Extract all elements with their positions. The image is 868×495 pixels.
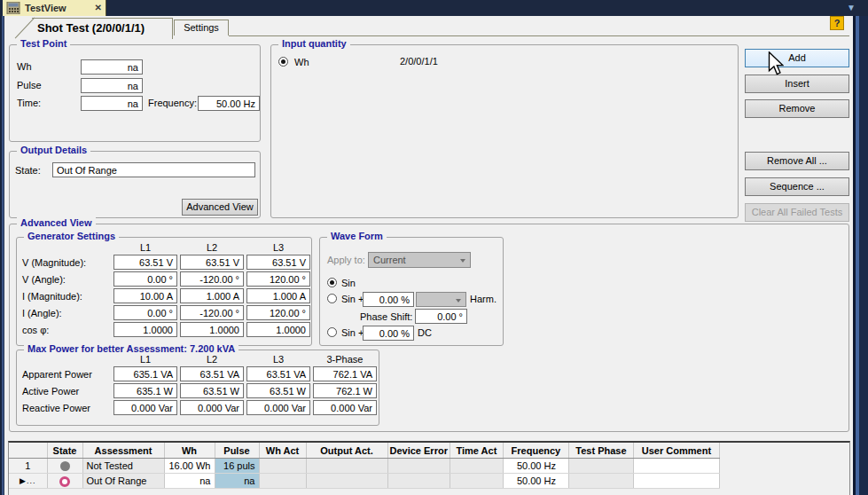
gs-col-l3: L3 [246, 242, 310, 253]
help-button[interactable]: ? [830, 16, 844, 30]
header-device-error: Device Error [387, 443, 450, 459]
active-power-3phase-field: 762.1 W [313, 383, 377, 398]
i-angle-l1-field[interactable]: 0.00 ° [113, 305, 177, 320]
tabstrip-underline [229, 35, 849, 36]
results-table-panel: State Assessment Wh Pulse Wh Act Output … [8, 441, 850, 495]
header-time-act: Time Act [450, 443, 503, 459]
add-button[interactable]: Add [745, 49, 849, 67]
remove-button[interactable]: Remove [745, 99, 849, 118]
input-quantity-wh-label: Wh [294, 57, 309, 67]
apparent-power-l3-field: 63.51 VA [246, 366, 310, 381]
input-quantity-title: Input quantity [278, 38, 350, 49]
row2-test-phase[interactable] [568, 474, 633, 489]
pulse-field[interactable]: na [81, 78, 143, 93]
wh-field[interactable]: na [81, 59, 143, 75]
apply-to-dropdown: Current [368, 252, 471, 268]
tab-shot-test[interactable]: Shot Test (2/0/0/1/1) [37, 21, 145, 35]
harm-percent-field[interactable]: 0.00 % [363, 292, 414, 307]
remove-all-button[interactable]: Remove All ... [745, 152, 849, 170]
row1-output-act[interactable] [306, 459, 387, 474]
row2-user-comment[interactable] [633, 474, 719, 489]
row1-assessment[interactable]: Not Tested [82, 459, 164, 474]
sin-plus-harm-label: Sin + [341, 294, 364, 304]
v-angle-l3-field[interactable]: 120.00 ° [246, 271, 310, 287]
row2-frequency[interactable]: 50.00 Hz [503, 474, 568, 489]
row1-pulse[interactable]: 16 puls [215, 459, 259, 474]
row1-device-error[interactable] [387, 459, 450, 474]
close-icon[interactable]: ✕ [95, 4, 102, 12]
header-wh-act: Wh Act [259, 443, 306, 459]
frequency-label: Frequency: [148, 98, 197, 108]
input-quantity-wh-radio[interactable] [278, 57, 288, 67]
window-tab-bar: TestView ✕ ▼ [0, 0, 868, 16]
v-magnitude-l2-field[interactable]: 63.51 V [180, 255, 244, 270]
row2-pulse[interactable]: na [215, 474, 259, 489]
sequence-button[interactable]: Sequence ... [745, 177, 849, 196]
phase-shift-field[interactable]: 0.00 ° [415, 309, 467, 324]
row1-num[interactable]: 1 [9, 459, 47, 474]
active-power-l1-field: 635.1 W [113, 383, 177, 398]
header-rownum [9, 443, 47, 459]
chevron-down-icon[interactable]: ▼ [847, 3, 856, 12]
harm-suffix-label: Harm. [470, 294, 497, 304]
gs-col-l2: L2 [180, 242, 244, 253]
row2-device-error[interactable] [387, 474, 450, 489]
not-tested-state-icon [60, 461, 70, 471]
row1-wh-act[interactable] [259, 459, 306, 474]
row1-wh[interactable]: 16.00 Wh [164, 459, 215, 474]
sin-plus-harm-radio[interactable] [327, 294, 337, 303]
advanced-view-button[interactable]: Advanced View [182, 199, 258, 216]
insert-button[interactable]: Insert [745, 75, 849, 93]
dc-percent-field[interactable]: 0.00 % [363, 326, 414, 341]
i-angle-l2-field[interactable]: -120.00 ° [180, 305, 244, 320]
row2-wh[interactable]: na [164, 474, 215, 489]
v-magnitude-l1-field[interactable]: 63.51 V [113, 255, 177, 270]
sin-radio[interactable] [327, 278, 337, 287]
row2-num[interactable]: ▶... [9, 474, 47, 489]
v-angle-l2-field[interactable]: -120.00 ° [180, 271, 244, 287]
state-field[interactable]: Out Of Range [52, 162, 255, 177]
generator-settings-group: Generator Settings L1 L2 L3 V (Magnitude… [16, 237, 312, 346]
out-of-range-state-icon [59, 476, 70, 487]
v-angle-l1-field[interactable]: 0.00 ° [113, 271, 177, 287]
row2-output-act[interactable] [306, 474, 387, 489]
cos-phi-l2-field[interactable]: 1.0000 [180, 322, 244, 337]
reactive-power-l2-field: 0.000 Var [180, 400, 244, 415]
row1-frequency[interactable]: 50.00 Hz [503, 459, 568, 474]
cos-phi-l3-field[interactable]: 1.0000 [246, 322, 310, 337]
row1-user-comment[interactable] [633, 459, 719, 474]
row2-assessment[interactable]: Out Of Range [82, 474, 164, 489]
i-magnitude-label: I (Magnitude): [22, 291, 111, 302]
cos-phi-l1-field[interactable]: 1.0000 [113, 322, 177, 337]
i-angle-l3-field[interactable]: 120.00 ° [246, 305, 310, 320]
active-tab-border-top [32, 18, 172, 19]
row2-time-act[interactable] [450, 474, 503, 489]
row1-time-act[interactable] [450, 459, 503, 474]
document-tab-label: TestView [25, 3, 66, 13]
header-assessment: Assessment [82, 443, 164, 459]
harm-dropdown [416, 292, 466, 307]
row2-state[interactable] [47, 474, 82, 489]
row2-wh-act[interactable] [259, 474, 306, 489]
apparent-power-l1-field: 635.1 VA [113, 366, 177, 381]
table-row: 1 Not Tested 16.00 Wh 16 puls 50.00 Hz [9, 459, 719, 474]
document-tab-testview[interactable]: TestView ✕ [3, 0, 106, 16]
apply-to-label: Apply to: [327, 255, 365, 265]
reactive-power-label: Reactive Power [22, 403, 111, 413]
header-output-act: Output Act. [306, 443, 387, 459]
tab-settings[interactable]: Settings [174, 20, 229, 35]
frequency-field[interactable]: 50.00 Hz [198, 96, 260, 111]
row1-state[interactable] [47, 459, 82, 474]
sin-plus-dc-radio[interactable] [327, 327, 337, 337]
v-magnitude-l3-field[interactable]: 63.51 V [246, 255, 310, 270]
input-quantity-value: 2/0/0/1/1 [400, 56, 438, 67]
row1-test-phase[interactable] [568, 459, 633, 474]
i-magnitude-l2-field[interactable]: 1.000 A [180, 288, 244, 303]
test-point-group: Test Point Wh na Pulse na Time: na Frequ… [9, 44, 261, 142]
state-label: State: [15, 165, 41, 176]
time-field[interactable]: na [81, 96, 143, 111]
results-table: State Assessment Wh Pulse Wh Act Output … [9, 443, 720, 489]
i-magnitude-l3-field[interactable]: 1.000 A [246, 288, 310, 303]
phase-shift-label: Phase Shift: [360, 311, 412, 322]
i-magnitude-l1-field[interactable]: 10.00 A [113, 288, 177, 303]
